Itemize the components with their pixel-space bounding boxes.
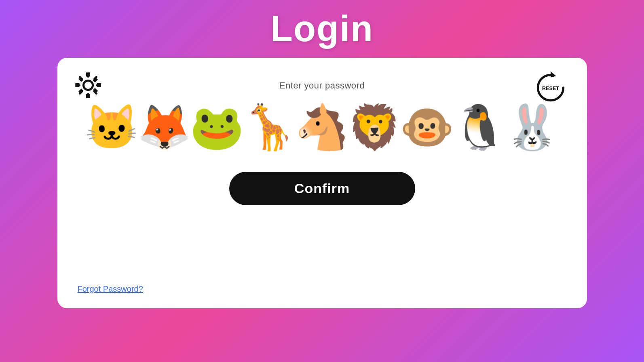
reset-icon: RESET	[532, 69, 569, 106]
animal-lion[interactable]: 🦁	[351, 103, 399, 152]
animal-giraffe[interactable]: 🦒	[245, 103, 294, 152]
svg-point-0	[83, 80, 93, 90]
login-card: RESET Enter your password 🐱🦊🐸🦒🐴🦁🐵🐧🐰 Conf…	[57, 58, 587, 308]
animal-rabbit[interactable]: 🐰	[508, 103, 557, 152]
svg-text:RESET: RESET	[542, 86, 559, 91]
page-title: Login	[270, 8, 374, 50]
password-prompt: Enter your password	[279, 80, 365, 91]
forgot-password-link[interactable]: Forgot Password?	[78, 284, 143, 294]
animal-frog[interactable]: 🐸	[193, 103, 241, 152]
settings-button[interactable]	[74, 71, 103, 100]
reset-button[interactable]: RESET	[530, 67, 571, 108]
animals-row: 🐱🦊🐸🦒🐴🦁🐵🐧🐰	[88, 103, 557, 152]
animal-penguin[interactable]: 🐧	[456, 103, 504, 152]
animal-horse[interactable]: 🐴	[298, 103, 346, 152]
animal-cat[interactable]: 🐱	[88, 103, 136, 152]
animal-monkey[interactable]: 🐵	[403, 103, 452, 152]
animal-fox[interactable]: 🦊	[140, 103, 189, 152]
confirm-button[interactable]: Confirm	[229, 172, 415, 205]
gear-icon	[74, 71, 103, 100]
svg-marker-1	[551, 72, 556, 78]
